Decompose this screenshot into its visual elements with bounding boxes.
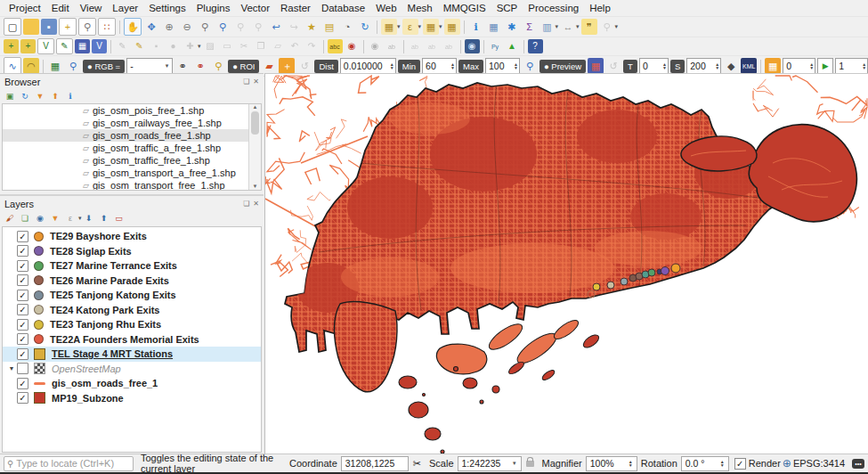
modify-attributes-icon[interactable]: ▨ [203, 39, 218, 53]
scp-plugin-icon[interactable]: ▲ [505, 39, 520, 53]
new-bookmark-icon[interactable]: ★ [304, 19, 320, 35]
deselect-features-icon-dropdown[interactable]: ▾ [439, 23, 442, 30]
render-checkbox[interactable]: ✓ [734, 458, 746, 470]
zoom-in-icon[interactable]: ⊕ [161, 19, 177, 35]
band-zoom-icon[interactable]: ⚲ [65, 58, 81, 74]
new-map-view-icon-dropdown[interactable]: ▾ [615, 23, 619, 30]
zoom-to-layer-icon[interactable]: ⚲ [250, 19, 266, 35]
properties-widget-icon[interactable]: ℹ [64, 90, 77, 102]
temporal-controller-icon[interactable]: ◔ [339, 19, 355, 35]
map-canvas[interactable] [264, 73, 868, 454]
pan-map-icon[interactable]: ✋ [124, 18, 142, 36]
cut-features-icon[interactable]: ✂ [237, 39, 252, 53]
band0-value[interactable]: 0▲▼ [783, 58, 815, 74]
layer-row[interactable]: ✓TEL Stage 4 MRT Stations [3, 347, 261, 362]
collapse-all-icon[interactable]: ⬆ [49, 90, 61, 102]
local-stretch-icon[interactable]: ⚭ [174, 58, 191, 74]
layer-row[interactable]: ✓TE24 Katong Park Exits [3, 303, 261, 318]
new-virtual-layer-icon[interactable]: V [37, 38, 54, 54]
epsg-button[interactable]: EPSG:3414 [793, 458, 845, 469]
preview-zoom-icon[interactable]: ⚲ [522, 58, 538, 74]
zoom-out-icon[interactable]: ⊖ [179, 19, 195, 35]
menu-mesh[interactable]: Mesh [402, 2, 438, 14]
redo-icon[interactable]: ↷ [304, 39, 320, 53]
zoom-next-icon[interactable]: ↪ [286, 19, 302, 35]
fill-bucket-icon[interactable]: ◆ [723, 58, 739, 74]
zoom-full-icon[interactable]: ⚲ [215, 19, 231, 35]
menu-view[interactable]: View [75, 2, 108, 14]
refresh-map-icon[interactable]: ↻ [357, 19, 373, 35]
statistics-icon[interactable]: Σ [522, 19, 538, 35]
zoom-last-icon[interactable]: ↩ [268, 19, 284, 35]
expander-icon[interactable]: ▼ [6, 365, 17, 372]
layer-visibility-checkbox[interactable]: ✓ [17, 333, 28, 345]
layer-labeling-icon[interactable]: abc [328, 39, 343, 53]
measure-icon[interactable]: ↔ [560, 19, 576, 35]
roi-undo-icon[interactable]: ↺ [296, 58, 312, 74]
extents-toggle-icon[interactable]: ✂ [413, 458, 421, 470]
browser-item[interactable]: ▱gis_osm_pois_free_1.shp [3, 104, 261, 117]
roi-polygon-icon[interactable]: ＋ [279, 58, 295, 74]
browser-item[interactable]: ▱gis_osm_railways_free_1.shp [3, 117, 261, 129]
max-value[interactable]: 100▲▼ [485, 58, 520, 74]
select-features-icon[interactable]: ▦ [381, 19, 397, 35]
open-table-icon-dropdown[interactable]: ▾ [556, 23, 559, 30]
preview-undo-icon[interactable]: ↺ [605, 58, 621, 74]
browser-item[interactable]: ▱gis_osm_transport_free_1.shp [3, 179, 261, 191]
filter-by-expression-icon-dropdown[interactable]: ▾ [78, 215, 82, 222]
layer-visibility-checkbox[interactable]: ✓ [17, 290, 28, 301]
menu-vector[interactable]: Vector [235, 2, 275, 14]
menu-settings[interactable]: Settings [143, 2, 191, 14]
map-tips-icon[interactable]: ❞ [581, 19, 597, 35]
layer-row[interactable]: ✓TE22A Founders Memorial Exits [3, 332, 261, 347]
new-gpx-layer-icon[interactable]: V [92, 39, 107, 53]
menu-database[interactable]: Database [316, 2, 370, 14]
label-rotate-icon[interactable]: ab [425, 39, 440, 53]
new-shapefile-layer-icon[interactable]: + [20, 39, 36, 53]
layer-row[interactable]: ✓TE29 Bayshore Exits [3, 229, 261, 244]
python-console-icon[interactable]: Py [488, 39, 503, 53]
open-project-icon[interactable] [23, 19, 39, 35]
coordinate-input[interactable]: 31208,1225 [341, 456, 409, 471]
label-pin-icon[interactable]: ◉ [368, 39, 383, 53]
min-value[interactable]: 60▲▼ [422, 58, 457, 74]
layer-diagram-icon[interactable]: ◉ [345, 39, 360, 53]
layer-visibility-checkbox[interactable]: ✓ [17, 231, 28, 242]
layer-row[interactable]: ✓MP19_Subzone [3, 391, 261, 406]
layout-manager-icon[interactable]: ⚲ [78, 18, 96, 36]
zoom-to-selection-icon[interactable]: ⚲ [232, 19, 248, 35]
collapse-all-layers-icon[interactable]: ⬆ [98, 212, 110, 225]
layer-visibility-checkbox[interactable]: ✓ [17, 392, 28, 404]
scale-combo[interactable]: 1:242235 ▾ [458, 456, 522, 471]
select-by-location-icon[interactable]: ▦ [444, 19, 460, 35]
menu-layer[interactable]: Layer [107, 2, 143, 14]
dist-value[interactable]: 0.010000▲▼ [340, 58, 396, 74]
pan-to-selection-icon[interactable]: ✥ [143, 19, 159, 35]
layer-visibility-checkbox[interactable] [17, 363, 28, 374]
local-stretch-roi-icon[interactable]: ⚭ [192, 58, 208, 74]
browser-item[interactable]: ▱gis_osm_traffic_free_1.shp [3, 154, 261, 167]
filter-legend-icon[interactable]: ▼ [49, 212, 61, 225]
rgb-composite-icon[interactable]: ▦ [588, 58, 604, 74]
s-value[interactable]: 200▲▼ [686, 58, 721, 74]
add-group-icon[interactable]: ❏ [19, 212, 31, 225]
roi-pointer-icon[interactable]: ▰ [261, 58, 277, 74]
menu-mmqgis[interactable]: MMQGIS [438, 2, 491, 14]
select-features-icon-dropdown[interactable]: ▾ [397, 23, 401, 30]
attribute-table-icon[interactable]: ▦ [486, 19, 502, 35]
menu-plugins[interactable]: Plugins [191, 2, 236, 14]
help-icon[interactable]: ? [528, 39, 543, 53]
kml-export-icon[interactable]: KML [741, 58, 757, 74]
deselect-features-icon[interactable]: ▦ [423, 19, 439, 35]
style-manager-icon[interactable]: ∷ [98, 18, 116, 36]
browser-item[interactable]: ▱gis_osm_traffic_a_free_1.shp [3, 142, 261, 154]
menu-processing[interactable]: Processing [523, 2, 584, 14]
select-by-expression-icon[interactable]: ε [402, 19, 418, 35]
undo-icon[interactable]: ↶ [288, 39, 303, 53]
messages-bubble-icon[interactable]: ••• [852, 459, 864, 469]
open-layer-styling-icon[interactable]: 🖌 [4, 212, 16, 225]
copy-features-icon[interactable]: ❐ [254, 39, 269, 53]
add-selected-layers-icon[interactable]: ▣ [4, 90, 16, 102]
zoom-native-icon[interactable]: ⚲ [197, 19, 213, 35]
roi-zoom-icon[interactable]: ⚲ [210, 58, 226, 74]
